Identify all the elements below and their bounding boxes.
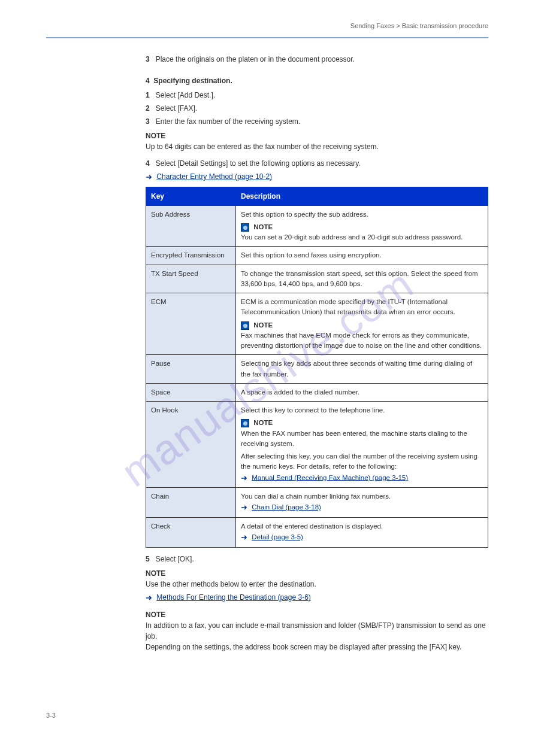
link-text: Methods For Entering the Destination (pa… [156, 593, 310, 602]
step-5: 5 Select [OK]. [146, 554, 488, 564]
detail-settings-table: Key Description Sub Address Set this opt… [146, 187, 488, 548]
step-5-note2: NOTE In addition to a fax, you can inclu… [146, 609, 488, 652]
table-row: TX Start Speed To change the transmissio… [146, 265, 488, 293]
step-4-sub1-num: 1 [146, 91, 150, 99]
step-4-sub4-num: 4 [146, 159, 150, 168]
arrow-icon: ➜ [241, 502, 247, 514]
note-label: NOTE [146, 568, 488, 579]
row-desc-text: ECM is a communication mode specified by… [241, 297, 483, 318]
table-row: Sub Address Set this option to specify t… [146, 205, 488, 247]
row-link[interactable]: ➜ Detail (page 3-5) [241, 532, 483, 544]
row-desc-text: Set this option to specify the sub addre… [241, 210, 483, 220]
step-4-sub4: 4 Select [Detail Settings] to set the fo… [146, 158, 488, 169]
step-4-sub1-text: Select [Add Dest.]. [156, 91, 215, 99]
note-prefix: NOTE [253, 223, 273, 230]
link-text: Chain Dial (page 3-18) [252, 503, 321, 511]
link-text: Detail (page 3-5) [252, 533, 303, 541]
page-number: 3-3 [46, 711, 56, 721]
row-key: Chain [146, 488, 236, 518]
row-note: NOTE [241, 418, 483, 428]
step-4-sub3-text: Enter the fax number of the receiving sy… [156, 117, 300, 126]
arrow-icon: ➜ [146, 171, 152, 183]
th-key: Key [146, 187, 236, 205]
link-text: Character Entry Method (page 10-2) [156, 172, 272, 181]
row-desc-text: You can dial a chain number linking fax … [241, 491, 483, 502]
row-key: Check [146, 517, 236, 547]
link-text: Manual Send (Receiving Fax Machine) (pag… [252, 473, 408, 481]
step-5-text: Select [OK]. [156, 555, 194, 563]
note-text: Up to 64 digits can be entered as the fa… [146, 141, 488, 152]
row-desc: ECM is a communication mode specified by… [236, 293, 488, 355]
step-4-sub2-num: 2 [146, 104, 150, 113]
arrow-icon: ➜ [146, 592, 152, 604]
row-desc-text: Select this key to connect to the teleph… [241, 405, 483, 415]
row-link[interactable]: ➜ Chain Dial (page 3-18) [241, 502, 483, 514]
step-4-note: NOTE Up to 64 digits can be entered as t… [146, 130, 488, 152]
step-3-text: Place the originals on the platen or in … [156, 55, 355, 63]
row-key: On Hook [146, 402, 236, 488]
row-note-body: Fax machines that have ECM mode check fo… [241, 330, 483, 351]
row-desc: Selecting this key adds about three seco… [236, 355, 488, 384]
step-4-sub1: 1 Select [Add Dest.]. [146, 90, 488, 101]
note-text-line1: In addition to a fax, you can include e-… [146, 620, 488, 642]
row-key: TX Start Speed [146, 265, 236, 293]
header-breadcrumb: Sending Faxes > Basic transmission proce… [350, 21, 488, 31]
step-4-sub2-text: Select [FAX]. [156, 104, 197, 113]
note-prefix: NOTE [253, 419, 273, 426]
note-prefix: NOTE [253, 321, 273, 329]
row-desc: Select this key to connect to the teleph… [236, 402, 488, 488]
table-row: Encrypted Transmission Set this option t… [146, 247, 488, 265]
row-extra: After selecting this key, you can dial t… [241, 451, 483, 472]
row-note: NOTE [241, 222, 483, 232]
arrow-icon: ➜ [241, 472, 247, 484]
row-key: Sub Address [146, 205, 236, 247]
row-desc: Set this option to send faxes using encr… [236, 247, 488, 265]
step-5-note1: NOTE Use the other methods below to ente… [146, 568, 488, 590]
row-desc: You can dial a chain number linking fax … [236, 488, 488, 518]
table-row: Space A space is added to the dialed num… [146, 383, 488, 401]
step-4-sub3-num: 3 [146, 117, 150, 126]
note-label: NOTE [146, 609, 488, 620]
header-divider [46, 37, 488, 38]
note-label: NOTE [146, 130, 488, 141]
row-desc-text: A detail of the entered destination is d… [241, 521, 483, 532]
note-icon [241, 321, 249, 330]
row-key: Pause [146, 355, 236, 384]
note-icon [241, 419, 249, 427]
note-text-line2: Depending on the settings, the address b… [146, 642, 488, 652]
row-desc: A detail of the entered destination is d… [236, 517, 488, 547]
step-4-sub2: 2 Select [FAX]. [146, 103, 488, 114]
row-desc: Set this option to specify the sub addre… [236, 205, 488, 247]
table-row: ECM ECM is a communication mode specifie… [146, 293, 488, 355]
table-row: Pause Selecting this key adds about thre… [146, 355, 488, 384]
row-note-body: You can set a 20-digit sub address and a… [241, 232, 483, 242]
step-4-title: Specifying destination. [153, 77, 232, 85]
step-3-num: 3 [146, 55, 150, 63]
link-char-entry[interactable]: ➜ Character Entry Method (page 10-2) [146, 171, 488, 183]
row-desc: To change the transmission start speed, … [236, 265, 488, 293]
step-5-num: 5 [146, 555, 150, 563]
row-key: ECM [146, 293, 236, 355]
row-desc: A space is added to the dialed number. [236, 383, 488, 401]
row-key: Space [146, 383, 236, 401]
step-4-header: 4 Specifying destination. [146, 75, 488, 86]
note-icon [241, 223, 249, 232]
step-4-sub3: 3 Enter the fax number of the receiving … [146, 116, 488, 127]
row-note-body: When the FAX number has been entered, th… [241, 429, 483, 450]
step-3: 3 Place the originals on the platen or i… [146, 54, 488, 65]
table-row: Chain You can dial a chain number linkin… [146, 488, 488, 518]
main-content: 3 Place the originals on the platen or i… [146, 54, 488, 655]
link-methods[interactable]: ➜ Methods For Entering the Destination (… [146, 592, 488, 604]
note-text: Use the other methods below to enter the… [146, 579, 488, 590]
arrow-icon: ➜ [241, 532, 247, 544]
th-desc: Description [236, 187, 488, 205]
row-key: Encrypted Transmission [146, 247, 236, 265]
table-row: On Hook Select this key to connect to th… [146, 402, 488, 488]
step-4-sub4-text: Select [Detail Settings] to set the foll… [156, 159, 361, 168]
table-row: Check A detail of the entered destinatio… [146, 517, 488, 547]
row-note: NOTE [241, 320, 483, 330]
step-4-num: 4 [146, 77, 150, 85]
row-link[interactable]: ➜ Manual Send (Receiving Fax Machine) (p… [241, 472, 483, 484]
